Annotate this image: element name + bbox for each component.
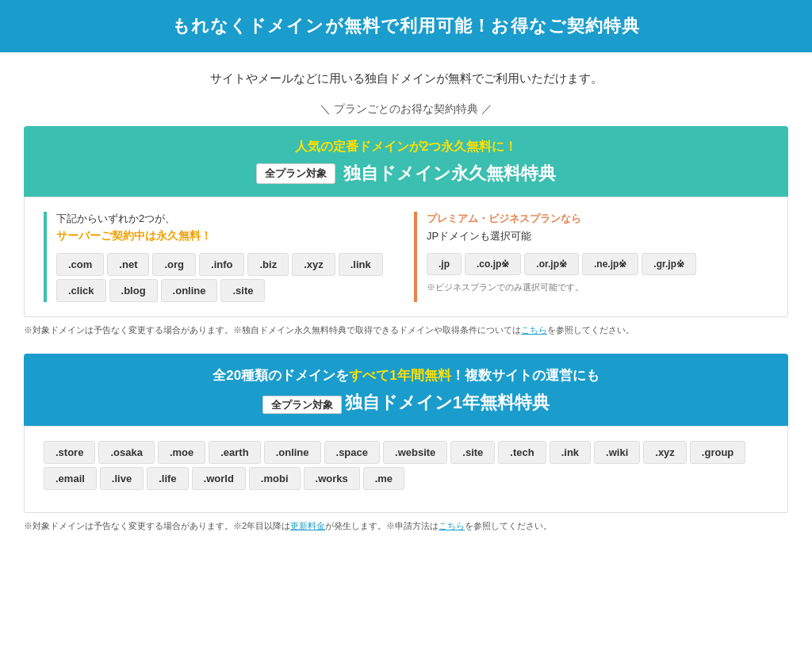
- domain-tag: .earth: [209, 441, 260, 464]
- permanent-badge: 全プラン対象: [256, 163, 335, 184]
- domain-tag: .space: [324, 441, 380, 464]
- domain-tag: .link: [339, 253, 383, 276]
- domain-tag: .email: [44, 467, 97, 490]
- one-year-notice-middle: が発生します。※申請方法は: [325, 521, 439, 530]
- domain-tag: .tech: [498, 441, 546, 464]
- section-divider: ＼ プランごとのお得な契約特典 ／: [0, 102, 812, 117]
- domain-tag: .website: [383, 441, 447, 464]
- one-year-domains: .store.osaka.moe.earth.online.space.webs…: [44, 441, 768, 490]
- domain-tag: .ne.jp※: [582, 253, 638, 275]
- one-year-top-part1: 全20種類のドメインを: [213, 368, 349, 383]
- permanent-notice-text: ※対象ドメインは予告なく変更する場合があります。※独自ドメイン永久無料特典で取得…: [24, 325, 521, 335]
- domain-tag: .osaka: [98, 441, 154, 464]
- one-year-badge-row: 全プラン対象 独自ドメイン1年無料特典: [40, 391, 772, 415]
- permanent-domains-left: .com.net.org.info.biz.xyz.link.click.blo…: [56, 253, 398, 302]
- header-banner: もれなくドメインが無料で利用可能！お得なご契約特典: [0, 0, 812, 52]
- one-year-top-yellow: すべて1年間無料: [349, 368, 450, 383]
- domain-tag: .world: [192, 467, 246, 490]
- permanent-notice-end: を参照してください。: [547, 325, 634, 335]
- permanent-left-line1: 下記からいずれか2つが、: [56, 212, 398, 226]
- permanent-inner-box: 下記からいずれか2つが、 サーバーご契約中は永久無料！ .com.net.org…: [24, 197, 788, 317]
- permanent-right-line1: プレミアム・ビジネスプランなら: [427, 212, 768, 226]
- domain-tag: .life: [147, 467, 188, 490]
- one-year-notice-link1[interactable]: 更新料金: [290, 521, 325, 530]
- one-year-top-text: 全20種類のドメインをすべて1年間無料！複数サイトの運営にも: [40, 366, 772, 385]
- domain-tag: .online: [161, 279, 218, 302]
- domain-tag: .wiki: [594, 441, 640, 464]
- permanent-domains-right: .jp.co.jp※.or.jp※.ne.jp※.gr.jp※: [427, 253, 768, 275]
- domain-tag: .click: [56, 279, 106, 302]
- domain-tag: .store: [44, 441, 95, 464]
- domain-tag: .ink: [550, 441, 591, 464]
- domain-tag: .org: [152, 253, 196, 276]
- domain-tag: .jp: [427, 253, 462, 275]
- one-year-top-part2: ！複数サイトの運営にも: [451, 368, 599, 383]
- domain-tag: .moe: [158, 441, 205, 464]
- domain-tag: .co.jp※: [465, 253, 521, 275]
- section-permanent-header: 人気の定番ドメインが2つ永久無料に！ 全プラン対象 独自ドメイン永久無料特典: [24, 126, 788, 197]
- permanent-right-col: プレミアム・ビジネスプランなら JPドメインも選択可能 .jp.co.jp※.o…: [414, 212, 768, 302]
- domain-tag: .group: [690, 441, 745, 464]
- one-year-notice-end: を参照してください。: [465, 521, 552, 530]
- section-one-year-header: 全20種類のドメインをすべて1年間無料！複数サイトの運営にも 全プラン対象 独自…: [24, 354, 788, 426]
- permanent-notice: ※対象ドメインは予告なく変更する場合があります。※独自ドメイン永久無料特典で取得…: [24, 324, 788, 338]
- domain-tag: .online: [264, 441, 321, 464]
- permanent-right-note: ※ビジネスプランでのみ選択可能です。: [427, 281, 768, 293]
- domain-tag: .mobi: [249, 467, 301, 490]
- permanent-right-line2: JPドメインも選択可能: [427, 229, 768, 243]
- one-year-inner-box: .store.osaka.moe.earth.online.space.webs…: [24, 426, 788, 513]
- permanent-title: 独自ドメイン永久無料特典: [343, 162, 556, 186]
- permanent-left-col: 下記からいずれか2つが、 サーバーご契約中は永久無料！ .com.net.org…: [44, 212, 398, 302]
- domain-tag: .com: [56, 253, 104, 276]
- domain-tag: .blog: [109, 279, 158, 302]
- domain-tag: .live: [100, 467, 144, 490]
- permanent-grid: 下記からいずれか2つが、 サーバーご契約中は永久無料！ .com.net.org…: [44, 212, 768, 302]
- subtitle: サイトやメールなどに用いる独自ドメインが無料でご利用いただけます。: [0, 52, 812, 96]
- header-banner-text: もれなくドメインが無料で利用可能！お得なご契約特典: [172, 16, 641, 36]
- domain-tag: .or.jp※: [524, 253, 579, 275]
- domain-tag: .gr.jp※: [642, 253, 696, 275]
- one-year-notice-text: ※対象ドメインは予告なく変更する場合があります。※2年目以降は: [24, 521, 290, 530]
- domain-tag: .works: [304, 467, 360, 490]
- domain-tag: .site: [220, 279, 265, 302]
- domain-tag: .net: [107, 253, 149, 276]
- permanent-left-line2: サーバーご契約中は永久無料！: [56, 229, 398, 243]
- domain-tag: .biz: [247, 253, 289, 276]
- one-year-notice: ※対象ドメインは予告なく変更する場合があります。※2年目以降は更新料金が発生しま…: [24, 519, 788, 534]
- one-year-notice-link2[interactable]: こちら: [439, 521, 465, 530]
- domain-tag: .info: [199, 253, 244, 276]
- subtitle-text: サイトやメールなどに用いる独自ドメインが無料でご利用いただけます。: [210, 71, 603, 85]
- domain-tag: .site: [450, 441, 495, 464]
- section-divider-text: ＼ プランごとのお得な契約特典 ／: [320, 102, 492, 115]
- section-permanent: 人気の定番ドメインが2つ永久無料に！ 全プラン対象 独自ドメイン永久無料特典 下…: [24, 126, 788, 317]
- domain-tag: .xyz: [292, 253, 335, 276]
- permanent-notice-link[interactable]: こちら: [521, 325, 547, 335]
- domain-tag: .xyz: [643, 441, 687, 464]
- permanent-top-text: 人気の定番ドメインが2つ永久無料に！: [40, 139, 772, 155]
- one-year-title: 独自ドメイン1年無料特典: [345, 392, 550, 412]
- domain-tag: .me: [363, 467, 404, 490]
- section-one-year: 全20種類のドメインをすべて1年間無料！複数サイトの運営にも 全プラン対象 独自…: [24, 354, 788, 513]
- permanent-badge-row: 全プラン対象 独自ドメイン永久無料特典: [40, 162, 772, 186]
- one-year-badge: 全プラン対象: [262, 396, 342, 414]
